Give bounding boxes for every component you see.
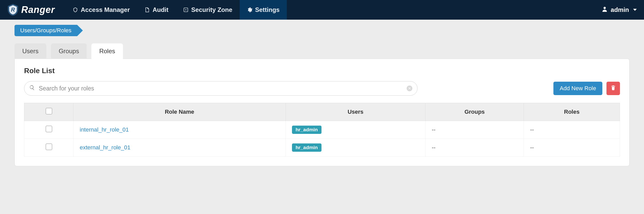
row-checkbox[interactable] xyxy=(46,126,52,132)
trash-icon xyxy=(610,85,616,92)
tab-groups[interactable]: Groups xyxy=(51,43,87,59)
search-input[interactable] xyxy=(24,81,418,96)
row-checkbox[interactable] xyxy=(46,143,52,150)
delete-button[interactable] xyxy=(606,82,620,95)
tab-label: Groups xyxy=(59,48,79,55)
breadcrumb[interactable]: Users/Groups/Roles xyxy=(14,25,77,36)
column-header-roles[interactable]: Roles xyxy=(524,103,620,121)
user-name: admin xyxy=(611,6,629,13)
toolbar: ✕ Add New Role xyxy=(24,81,620,96)
table-row: external_hr_role_01 hr_admin -- -- xyxy=(24,139,620,157)
shield-icon xyxy=(72,7,78,13)
roles-cell: -- xyxy=(530,144,534,151)
nav-items: Access Manager Audit Security Zone Setti… xyxy=(65,0,287,20)
clear-icon[interactable]: ✕ xyxy=(407,86,412,91)
roles-cell: -- xyxy=(530,126,534,133)
add-new-role-button[interactable]: Add New Role xyxy=(553,82,602,95)
breadcrumb-label: Users/Groups/Roles xyxy=(20,27,71,34)
role-name-link[interactable]: external_hr_role_01 xyxy=(80,144,130,151)
ranger-logo-icon: R xyxy=(7,3,19,16)
nav-item-audit[interactable]: Audit xyxy=(137,0,175,20)
nav-item-label: Security Zone xyxy=(191,6,232,13)
column-header-role-name[interactable]: Role Name xyxy=(74,103,286,121)
nav-item-settings[interactable]: Settings xyxy=(240,0,287,20)
file-icon xyxy=(144,7,150,13)
search-icon xyxy=(29,85,35,92)
search-wrap: ✕ xyxy=(24,81,418,96)
tabs: Users Groups Roles xyxy=(14,43,630,59)
column-header-users[interactable]: Users xyxy=(286,103,426,121)
user-badge[interactable]: hr_admin xyxy=(292,126,321,134)
chevron-down-icon xyxy=(633,9,637,11)
brand[interactable]: R Ranger xyxy=(7,3,55,16)
add-new-role-label: Add New Role xyxy=(560,85,596,92)
tab-users[interactable]: Users xyxy=(14,43,46,59)
column-header-groups[interactable]: Groups xyxy=(426,103,524,121)
brand-name: Ranger xyxy=(21,4,55,15)
nav-item-label: Audit xyxy=(152,6,168,13)
column-header-select xyxy=(24,103,74,121)
user-icon xyxy=(601,6,608,14)
roles-panel: Role List ✕ Add New Role xyxy=(14,59,630,166)
tab-label: Roles xyxy=(99,48,115,55)
tab-label: Users xyxy=(22,48,39,55)
nav-item-security-zone[interactable]: Security Zone xyxy=(176,0,240,20)
select-all-checkbox[interactable] xyxy=(46,108,52,114)
nav-item-access-manager[interactable]: Access Manager xyxy=(65,0,137,20)
tab-roles[interactable]: Roles xyxy=(91,43,123,59)
panel-title: Role List xyxy=(24,67,620,75)
user-badge[interactable]: hr_admin xyxy=(292,143,321,152)
groups-cell: -- xyxy=(432,144,436,151)
gear-icon xyxy=(247,7,253,13)
user-menu[interactable]: admin xyxy=(601,6,637,14)
role-table: Role Name Users Groups Roles internal_hr… xyxy=(24,103,620,157)
svg-text:R: R xyxy=(11,7,15,13)
content: Users/Groups/Roles Users Groups Roles Ro… xyxy=(0,20,644,177)
svg-point-2 xyxy=(604,7,606,9)
top-navbar: R Ranger Access Manager Audit Security Z… xyxy=(0,0,644,20)
bolt-icon xyxy=(183,7,189,13)
table-row: internal_hr_role_01 hr_admin -- -- xyxy=(24,121,620,139)
groups-cell: -- xyxy=(432,126,436,133)
nav-item-label: Settings xyxy=(255,6,280,13)
nav-item-label: Access Manager xyxy=(81,6,130,13)
breadcrumb-row: Users/Groups/Roles xyxy=(14,25,630,36)
role-name-link[interactable]: internal_hr_role_01 xyxy=(80,126,129,133)
